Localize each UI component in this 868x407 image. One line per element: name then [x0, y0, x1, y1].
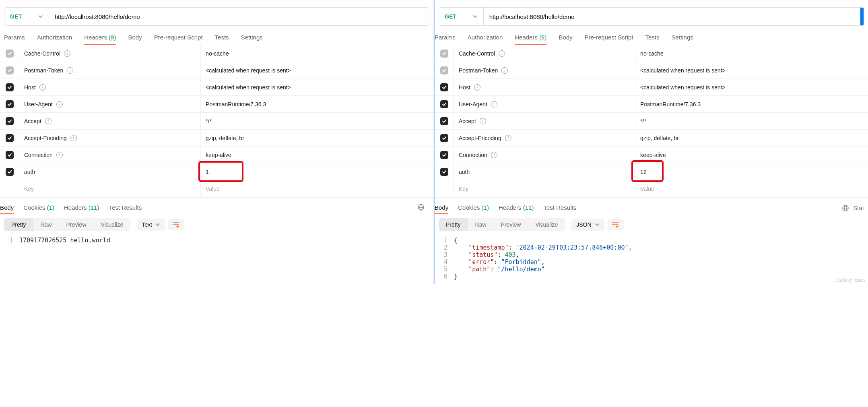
info-icon[interactable]: i	[499, 50, 505, 57]
header-value[interactable]: gzip, deflate, br	[201, 130, 433, 146]
header-checkbox[interactable]	[440, 117, 448, 125]
header-key[interactable]: Accept-Encodingi	[454, 130, 635, 146]
info-icon[interactable]: i	[70, 135, 77, 141]
tab-body[interactable]: Body	[128, 31, 142, 45]
wrap-lines-button[interactable]	[168, 219, 184, 230]
send-button[interactable]	[860, 8, 864, 25]
view-tab-preview[interactable]: Preview	[59, 218, 94, 231]
tab-pre-request-script[interactable]: Pre-request Script	[585, 31, 633, 45]
info-icon[interactable]: i	[56, 152, 63, 158]
globe-icon[interactable]	[417, 204, 425, 212]
header-key[interactable]: Cache-Controli	[19, 45, 201, 62]
header-value[interactable]: no-cache	[635, 45, 868, 62]
response-tab-headers[interactable]: Headers (11)	[64, 202, 99, 214]
tab-authorization[interactable]: Authorization	[468, 31, 503, 45]
header-key[interactable]: Connectioni	[454, 147, 635, 163]
header-key-input[interactable]: Key	[454, 180, 635, 197]
globe-icon[interactable]	[842, 205, 849, 212]
response-tab-body[interactable]: Body	[0, 202, 14, 214]
header-value[interactable]: gzip, deflate, br	[635, 130, 868, 146]
header-checkbox[interactable]	[6, 134, 14, 142]
header-checkbox[interactable]	[440, 83, 448, 91]
info-icon[interactable]: i	[501, 67, 508, 74]
view-tab-preview[interactable]: Preview	[494, 218, 528, 231]
header-checkbox[interactable]	[440, 151, 448, 159]
tab-tests[interactable]: Tests	[645, 31, 660, 45]
header-value[interactable]: no-cache	[201, 45, 433, 62]
header-key[interactable]: User-Agenti	[19, 96, 201, 112]
response-tab-test-results[interactable]: Test Results	[543, 202, 576, 214]
header-value[interactable]: 1	[201, 163, 433, 180]
tab-tests[interactable]: Tests	[215, 31, 229, 45]
header-value[interactable]: keep-alive	[635, 147, 868, 163]
header-key[interactable]: User-Agenti	[454, 96, 635, 112]
header-checkbox[interactable]	[6, 168, 14, 176]
tab-pre-request-script[interactable]: Pre-request Script	[154, 31, 203, 45]
response-tab-body[interactable]: Body	[435, 202, 448, 214]
tab-body[interactable]: Body	[559, 31, 572, 45]
info-icon[interactable]: i	[64, 50, 70, 57]
response-tab-cookies[interactable]: Cookies (1)	[23, 202, 54, 214]
http-method-select[interactable]: GET	[439, 8, 484, 25]
tab-settings[interactable]: Settings	[241, 31, 263, 45]
header-value-input[interactable]: Value	[201, 180, 433, 197]
header-checkbox[interactable]	[6, 117, 14, 125]
header-value[interactable]: <calculated when request is sent>	[201, 79, 433, 95]
header-key[interactable]: Accepti	[454, 113, 635, 129]
header-key[interactable]: Accepti	[19, 113, 201, 129]
wrap-lines-button[interactable]	[608, 219, 624, 230]
response-tab-cookies[interactable]: Cookies (1)	[458, 202, 489, 214]
url-input[interactable]	[484, 8, 860, 25]
header-checkbox[interactable]	[6, 83, 14, 91]
url-input[interactable]	[49, 8, 429, 25]
view-tab-visualize[interactable]: Visualize	[93, 218, 130, 231]
info-icon[interactable]: i	[480, 118, 486, 124]
info-icon[interactable]: i	[491, 152, 497, 158]
header-checkbox[interactable]	[440, 134, 448, 142]
header-key[interactable]: Cache-Controli	[454, 45, 635, 62]
view-tab-pretty[interactable]: Pretty	[4, 218, 33, 231]
http-method-select[interactable]: GET	[4, 8, 49, 25]
header-value[interactable]: */*	[201, 113, 433, 129]
view-tab-pretty[interactable]: Pretty	[439, 218, 468, 231]
response-body-left[interactable]: 11709177026525 hello,world	[0, 235, 433, 248]
header-key[interactable]: Postman-Tokeni	[454, 62, 635, 79]
tab-params[interactable]: Params	[4, 31, 25, 45]
info-icon[interactable]: i	[474, 84, 480, 91]
tab-headers[interactable]: Headers (9)	[515, 31, 546, 45]
header-checkbox[interactable]	[440, 168, 448, 176]
response-body-right[interactable]: 1{2 "timestamp": "2024-02-29T03:23:57.84…	[435, 235, 868, 284]
response-tab-headers[interactable]: Headers (11)	[499, 202, 534, 214]
view-tab-visualize[interactable]: Visualize	[528, 218, 565, 231]
header-checkbox[interactable]	[6, 100, 14, 108]
header-value[interactable]: 12	[635, 163, 868, 180]
response-tab-test-results[interactable]: Test Results	[109, 202, 142, 214]
info-icon[interactable]: i	[67, 67, 73, 74]
header-key[interactable]: auth	[454, 163, 635, 180]
header-key-input[interactable]: Key	[19, 180, 201, 197]
info-icon[interactable]: i	[56, 101, 63, 107]
header-checkbox[interactable]	[6, 151, 14, 159]
info-icon[interactable]: i	[491, 101, 497, 107]
format-select[interactable]: JSON	[571, 219, 604, 231]
header-key[interactable]: Accept-Encodingi	[19, 130, 201, 146]
header-value-input[interactable]: Value	[635, 180, 868, 197]
header-value[interactable]: PostmanRuntime/7.36.3	[201, 96, 433, 112]
tab-params[interactable]: Params	[435, 31, 456, 45]
info-icon[interactable]: i	[505, 135, 511, 141]
view-tab-raw[interactable]: Raw	[33, 218, 59, 231]
view-tab-raw[interactable]: Raw	[468, 218, 494, 231]
header-value[interactable]: */*	[635, 113, 868, 129]
header-value[interactable]: <calculated when request is sent>	[201, 62, 433, 79]
header-key[interactable]: Hosti	[454, 79, 635, 95]
format-select[interactable]: Text	[137, 219, 165, 231]
tab-settings[interactable]: Settings	[672, 31, 693, 45]
info-icon[interactable]: i	[39, 84, 46, 91]
header-value[interactable]: keep-alive	[201, 147, 433, 163]
header-key[interactable]: Hosti	[19, 79, 201, 95]
info-icon[interactable]: i	[45, 118, 52, 124]
header-key[interactable]: auth	[19, 163, 201, 180]
header-key[interactable]: Connectioni	[19, 147, 201, 163]
header-value[interactable]: <calculated when request is sent>	[635, 62, 868, 79]
tab-headers[interactable]: Headers (9)	[84, 31, 116, 45]
